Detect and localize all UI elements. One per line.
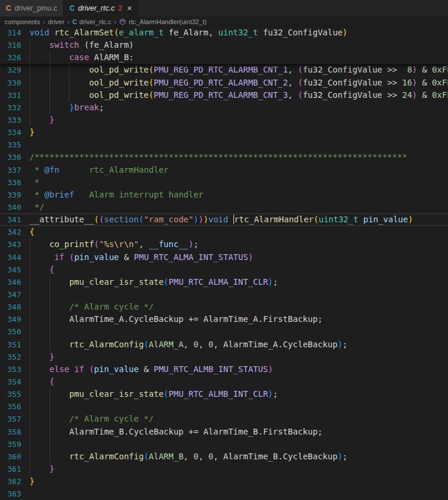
indent-guide (29, 376, 30, 388)
tab-label: driver_pmu.c (15, 4, 57, 12)
line-number: 359 (0, 438, 21, 450)
code-line[interactable]: 353 else if (pin_value & PMU_RTC_ALMB_IN… (0, 363, 448, 376)
line-number: 356 (0, 400, 21, 413)
line-number: 355 (0, 388, 21, 400)
indent-guide (50, 388, 50, 400)
indent-guide (29, 89, 30, 101)
code-line[interactable]: 354 { (0, 376, 448, 388)
code-text: else if (pin_value & PMU_RTC_ALMB_INT_ST… (29, 363, 448, 376)
code-line[interactable]: 348 /* Alarm cycle */ (0, 301, 448, 313)
code-line[interactable]: 342{ (0, 226, 448, 238)
code-line[interactable]: 359 (0, 438, 448, 450)
code-text: } (29, 463, 448, 475)
line-number: 336 (0, 151, 21, 163)
indent-guide (29, 438, 30, 450)
code-line[interactable]: 329 ool_pd_write(PMU_REG_PD_RTC_ALARMB_C… (0, 64, 448, 76)
code-line[interactable]: 361 } (0, 463, 448, 475)
tab-driver-pmu[interactable]: C driver_pmu.c (0, 0, 64, 17)
code-line[interactable]: 326 case AlARM_B: (0, 51, 448, 64)
tab-driver-rtc[interactable]: C driver_rtc.c 2 ✕ (64, 0, 139, 17)
code-line[interactable]: 334} (0, 126, 448, 139)
code-line[interactable]: 316 switch (fe_Alarm) (0, 39, 448, 51)
code-text: { (29, 264, 448, 276)
code-line[interactable]: 349 AlarmTime_A.CycleBackup += AlarmTime… (0, 313, 448, 325)
indent-guide (29, 251, 30, 264)
close-icon[interactable]: ✕ (127, 5, 132, 12)
code-line[interactable]: 347 (0, 288, 448, 301)
code-line[interactable]: 356 (0, 400, 448, 413)
indent-guide (50, 438, 50, 450)
tab-label: driver_rtc.c (78, 4, 115, 12)
code-text: __attribute__((section("ram_code")))void… (29, 213, 448, 226)
line-number: 338 (0, 176, 21, 189)
code-line[interactable]: 338 * (0, 176, 448, 189)
indent-guide (29, 351, 30, 363)
indent-guide (29, 450, 30, 463)
c-file-icon: C (6, 4, 11, 12)
line-number: 352 (0, 351, 21, 363)
indent-guide (29, 413, 30, 425)
code-line[interactable]: 330 ool_pd_write(PMU_REG_PD_RTC_ALARMB_C… (0, 77, 448, 89)
code-line[interactable]: 332 }break; (0, 101, 448, 114)
code-line[interactable]: 357 /* Alarm cycle */ (0, 413, 448, 425)
indent-guide (29, 264, 30, 276)
code-line[interactable]: 333 } (0, 114, 448, 126)
editor-tab-bar: C driver_pmu.c C driver_rtc.c 2 ✕ (0, 0, 448, 17)
code-line[interactable]: 360 rtc_AlarmConfig(AlARM_B, 0, 0, Alarm… (0, 450, 448, 463)
code-text (29, 288, 448, 301)
code-text: * @fn rtc_AlarmHandler (29, 164, 448, 176)
chevron-right-icon: › (43, 18, 45, 25)
code-line[interactable]: 346 pmu_clear_isr_state(PMU_RTC_ALMA_INT… (0, 276, 448, 288)
code-line[interactable]: 337 * @fn rtc_AlarmHandler (0, 164, 448, 176)
code-line[interactable]: 351 rtc_AlarmConfig(AlARM_A, 0, 0, Alarm… (0, 338, 448, 351)
chevron-right-icon: › (114, 18, 117, 25)
code-text: AlarmTime_A.CycleBackup += AlarmTime_A.F… (29, 313, 448, 325)
indent-guide (29, 338, 30, 351)
code-text: /* Alarm cycle */ (29, 301, 448, 313)
code-area[interactable]: 329 ool_pd_write(PMU_REG_PD_RTC_ALARMB_C… (0, 64, 448, 500)
line-number: 342 (0, 226, 21, 238)
code-line[interactable]: 362} (0, 475, 448, 488)
breadcrumb-driver[interactable]: driver (48, 18, 65, 25)
indent-guide (50, 450, 50, 463)
indent-guide (29, 77, 30, 89)
code-line[interactable]: 350 (0, 325, 448, 338)
code-line[interactable]: 336/************************************… (0, 151, 448, 163)
code-line[interactable]: 331 ool_pd_write(PMU_REG_PD_RTC_ALARMB_C… (0, 89, 448, 101)
code-line[interactable]: 363 (0, 488, 448, 500)
code-editor-window: C driver_pmu.c C driver_rtc.c 2 ✕ compon… (0, 0, 448, 500)
breadcrumb: components › driver › C driver_rtc.c › r… (0, 17, 448, 27)
line-number: 326 (0, 51, 21, 64)
breadcrumb-file[interactable]: C driver_rtc.c (73, 18, 111, 25)
code-line[interactable]: 340 */ (0, 201, 448, 213)
code-line[interactable]: 339 * @brief Alarm interrupt handler (0, 189, 448, 201)
code-line[interactable]: 344 if (pin_value & PMU_RTC_ALMA_INT_STA… (0, 251, 448, 264)
code-line[interactable]: 343 co_printf("%s\r\n", __func__); (0, 238, 448, 251)
indent-guide (50, 276, 50, 288)
code-text: * @brief Alarm interrupt handler (29, 189, 448, 201)
line-number: 314 (0, 27, 21, 39)
code-text (29, 438, 448, 450)
code-line[interactable]: 345 { (0, 264, 448, 276)
code-line[interactable]: 352 } (0, 351, 448, 363)
indent-guide (29, 388, 30, 400)
line-number: 337 (0, 164, 21, 176)
code-line[interactable]: 341__attribute__((section("ram_code")))v… (0, 213, 448, 226)
code-text (29, 325, 448, 338)
indent-guide (29, 463, 30, 475)
line-number: 350 (0, 325, 21, 338)
indent-guide (29, 51, 30, 64)
chevron-right-icon: › (67, 18, 70, 25)
breadcrumb-components[interactable]: components (5, 18, 40, 25)
code-text: switch (fe_Alarm) (29, 39, 448, 51)
code-line[interactable]: 335 (0, 139, 448, 151)
code-line[interactable]: 355 pmu_clear_isr_state(PMU_RTC_ALMB_INT… (0, 388, 448, 400)
code-line[interactable]: 358 AlarmTime_B.CycleBackup += AlarmTime… (0, 426, 448, 438)
code-text: */ (29, 201, 448, 213)
c-file-icon: C (73, 18, 77, 25)
indent-guide (29, 301, 30, 313)
code-line[interactable]: 314void rtc_AlarmSet(e_alarm_t fe_Alarm,… (0, 27, 448, 39)
indent-guide (29, 325, 30, 338)
breadcrumb-symbol[interactable]: rtc_AlarmHandler(uint32_t) (119, 18, 206, 25)
problems-badge: 2 (118, 4, 122, 12)
